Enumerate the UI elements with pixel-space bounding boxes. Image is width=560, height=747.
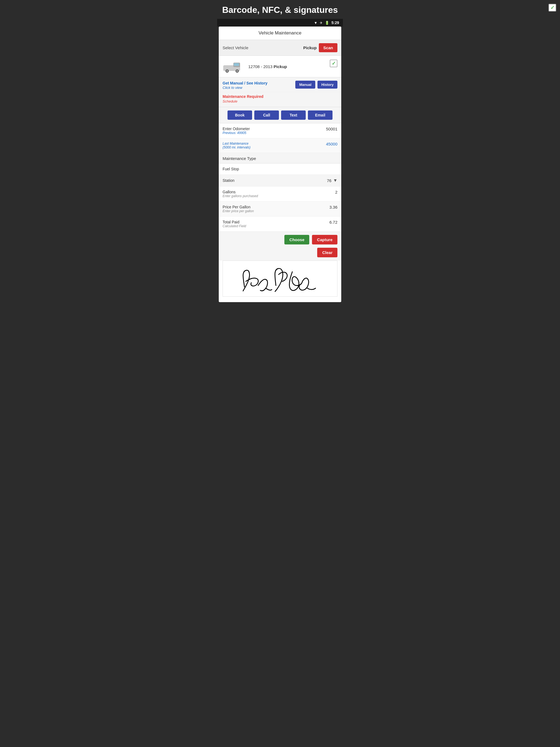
clear-row: Clear bbox=[219, 247, 341, 261]
odometer-previous: Previous: 49905 bbox=[223, 131, 250, 135]
scan-button[interactable]: Scan bbox=[319, 43, 337, 52]
fuel-stop-label: Fuel Stop bbox=[223, 167, 239, 171]
odometer-row: Enter Odometer Previous: 49905 50001 bbox=[219, 123, 341, 138]
vehicle-desc: 12708 - 2013 Pickup bbox=[248, 64, 287, 69]
vehicle-info-row: 12708 - 2013 Pickup ✓ bbox=[219, 56, 341, 77]
maintenance-required-row: Maintenance Required Schedule bbox=[219, 92, 341, 107]
manual-history-buttons: Manual History bbox=[295, 81, 337, 88]
total-paid-labels: Total Paid Calculated Field bbox=[223, 220, 246, 228]
vehicle-checkbox[interactable]: ✓ bbox=[330, 60, 337, 67]
odometer-label: Enter Odometer bbox=[223, 127, 250, 131]
maintenance-type-label: Maintenance Type bbox=[223, 156, 256, 161]
total-paid-label: Total Paid bbox=[223, 220, 246, 224]
last-maintenance-value[interactable]: 45000 bbox=[326, 141, 337, 146]
manual-button[interactable]: Manual bbox=[295, 81, 315, 88]
choose-button[interactable]: Choose bbox=[284, 235, 309, 244]
gallons-row: Gallons Enter gallons purchased 2 bbox=[219, 186, 341, 202]
total-paid-sublabel: Calculated Field bbox=[223, 224, 246, 228]
clear-button[interactable]: Clear bbox=[317, 248, 337, 257]
wifi-icon: ▼ bbox=[314, 21, 317, 25]
page-title: Barcode, NFC, & signatures bbox=[217, 0, 343, 19]
book-button[interactable]: Book bbox=[228, 110, 252, 120]
select-vehicle-row: Select Vehicle Pickup Scan bbox=[219, 40, 341, 56]
gallons-value[interactable]: 2 bbox=[335, 190, 337, 195]
schedule-link[interactable]: Schedule bbox=[223, 99, 237, 103]
price-per-gallon-sublabel: Enter price per gallon bbox=[223, 209, 254, 213]
select-vehicle-right: Pickup Scan bbox=[303, 43, 337, 52]
app-header-title: Vehicle Maintenance bbox=[259, 30, 302, 35]
price-per-gallon-value[interactable]: 3.36 bbox=[330, 205, 337, 209]
gallons-label: Gallons bbox=[223, 190, 258, 194]
last-maintenance-row: Last Maintenance (5000 mi. intervals) 45… bbox=[219, 138, 341, 153]
station-row: Station 76 ▼ bbox=[219, 175, 341, 186]
truck-icon bbox=[223, 60, 245, 73]
history-button[interactable]: History bbox=[317, 81, 337, 88]
signature-area[interactable] bbox=[223, 261, 337, 297]
price-per-gallon-label: Price Per Gallon bbox=[223, 205, 254, 209]
call-button[interactable]: Call bbox=[254, 110, 279, 120]
svg-point-3 bbox=[226, 70, 228, 72]
check-mark: ✓ bbox=[332, 60, 336, 67]
maintenance-required-text: Maintenance Required bbox=[223, 94, 337, 99]
email-button[interactable]: Email bbox=[308, 110, 332, 120]
maintenance-type-header: Maintenance Type bbox=[219, 153, 341, 163]
manual-history-labels: Get Manual / See History Click to view bbox=[223, 81, 268, 90]
signature-svg bbox=[223, 261, 337, 297]
gallons-sublabel: Enter gallons purchased bbox=[223, 194, 258, 198]
get-manual-label[interactable]: Get Manual / See History bbox=[223, 81, 268, 85]
odometer-labels: Enter Odometer Previous: 49905 bbox=[223, 127, 250, 135]
svg-point-5 bbox=[236, 70, 238, 72]
last-maintenance-interval: (5000 mi. intervals) bbox=[223, 146, 251, 149]
dropdown-arrow-icon: ▼ bbox=[333, 178, 337, 183]
svg-rect-6 bbox=[234, 63, 239, 66]
odometer-value[interactable]: 50001 bbox=[326, 127, 337, 131]
manual-history-row: Get Manual / See History Click to view M… bbox=[219, 77, 341, 92]
station-dropdown[interactable]: 76 ▼ bbox=[327, 178, 337, 183]
battery-icon: 🔋 bbox=[325, 21, 329, 25]
vehicle-type-label: Pickup bbox=[303, 45, 316, 50]
status-bar: ▼ ✈ 🔋 5:29 bbox=[217, 19, 343, 27]
gallons-labels: Gallons Enter gallons purchased bbox=[223, 190, 258, 198]
action-buttons-row: Book Call Text Email bbox=[219, 107, 341, 123]
station-value: 76 bbox=[327, 178, 331, 183]
signature-actions-row: Choose Capture bbox=[219, 232, 341, 247]
capture-button[interactable]: Capture bbox=[312, 235, 337, 244]
status-time: 5:29 bbox=[331, 21, 339, 25]
price-per-gallon-labels: Price Per Gallon Enter price per gallon bbox=[223, 205, 254, 213]
total-paid-value: 6.72 bbox=[330, 220, 337, 225]
price-per-gallon-row: Price Per Gallon Enter price per gallon … bbox=[219, 202, 341, 216]
last-maintenance-label: Last Maintenance bbox=[223, 141, 251, 146]
total-paid-row: Total Paid Calculated Field 6.72 bbox=[219, 216, 341, 232]
click-to-view: Click to view bbox=[223, 85, 268, 90]
airplane-icon: ✈ bbox=[320, 21, 323, 25]
select-vehicle-label: Select Vehicle bbox=[223, 45, 248, 50]
last-maintenance-labels: Last Maintenance (5000 mi. intervals) bbox=[223, 141, 251, 149]
app-header: Vehicle Maintenance bbox=[219, 27, 341, 40]
station-label: Station bbox=[223, 178, 235, 183]
fuel-stop-row: Fuel Stop ✓ bbox=[219, 163, 341, 175]
text-button[interactable]: Text bbox=[281, 110, 306, 120]
app-container: Vehicle Maintenance Select Vehicle Picku… bbox=[219, 27, 341, 302]
